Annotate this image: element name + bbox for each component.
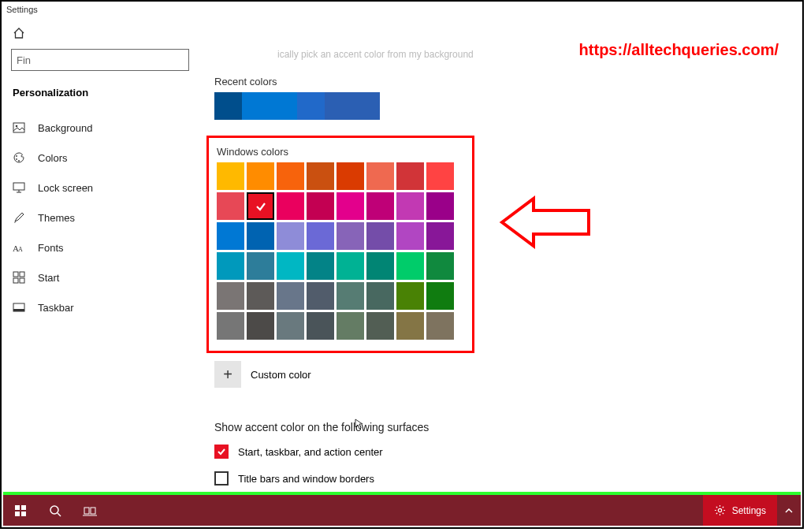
windows-color-swatch[interactable] bbox=[217, 162, 244, 190]
tray-chevron[interactable] bbox=[777, 495, 801, 526]
svg-point-2 bbox=[16, 155, 17, 157]
svg-point-4 bbox=[18, 160, 20, 162]
home-button[interactable] bbox=[2, 17, 199, 49]
windows-color-swatch[interactable] bbox=[217, 222, 244, 250]
windows-color-swatch[interactable] bbox=[277, 192, 304, 220]
taskbar-app-settings[interactable]: Settings bbox=[703, 495, 777, 526]
custom-color-label: Custom color bbox=[251, 369, 311, 381]
sidebar-item-themes[interactable]: Themes bbox=[2, 203, 199, 233]
sidebar-item-background[interactable]: Background bbox=[2, 113, 199, 143]
search-input[interactable]: Fin bbox=[11, 49, 189, 71]
windows-color-swatch[interactable] bbox=[277, 312, 304, 340]
checkbox-start-taskbar[interactable]: Start, taskbar, and action center bbox=[214, 445, 787, 459]
windows-color-swatch[interactable] bbox=[396, 282, 424, 310]
windows-color-swatch[interactable] bbox=[217, 192, 244, 220]
custom-color-button[interactable]: + bbox=[214, 361, 241, 388]
recent-color-swatch[interactable] bbox=[214, 92, 242, 120]
windows-color-swatch[interactable] bbox=[426, 282, 454, 310]
windows-color-swatch[interactable] bbox=[366, 192, 394, 220]
svg-rect-20 bbox=[91, 508, 95, 514]
start-button[interactable] bbox=[3, 495, 38, 526]
windows-color-swatch[interactable] bbox=[247, 192, 274, 220]
windows-colors-grid bbox=[217, 162, 464, 340]
taskbar-app-label: Settings bbox=[732, 505, 766, 516]
windows-color-swatch[interactable] bbox=[307, 252, 334, 280]
windows-color-swatch[interactable] bbox=[337, 252, 364, 280]
annotation-highlight-box: Windows colors bbox=[206, 136, 474, 353]
windows-color-swatch[interactable] bbox=[307, 192, 334, 220]
windows-color-swatch[interactable] bbox=[366, 162, 394, 190]
windows-color-swatch[interactable] bbox=[217, 312, 244, 340]
home-icon bbox=[13, 27, 25, 39]
windows-color-swatch[interactable] bbox=[337, 312, 364, 340]
windows-color-swatch[interactable] bbox=[366, 282, 394, 310]
svg-rect-8 bbox=[13, 272, 18, 277]
recent-color-swatch[interactable] bbox=[270, 92, 297, 120]
windows-color-swatch[interactable] bbox=[307, 282, 334, 310]
windows-color-swatch[interactable] bbox=[426, 192, 454, 220]
windows-color-swatch[interactable] bbox=[247, 282, 274, 310]
svg-rect-13 bbox=[13, 309, 24, 311]
sidebar-item-fonts[interactable]: AA Fonts bbox=[2, 233, 199, 262]
recent-color-swatch[interactable] bbox=[325, 92, 352, 120]
windows-color-swatch[interactable] bbox=[307, 222, 334, 250]
windows-color-swatch[interactable] bbox=[396, 162, 424, 190]
windows-color-swatch[interactable] bbox=[277, 282, 304, 310]
windows-color-swatch[interactable] bbox=[247, 222, 274, 250]
windows-color-swatch[interactable] bbox=[307, 162, 334, 190]
search-placeholder: Fin bbox=[17, 54, 31, 66]
windows-color-swatch[interactable] bbox=[307, 312, 334, 340]
windows-color-swatch[interactable] bbox=[396, 252, 424, 280]
recent-color-swatch[interactable] bbox=[352, 92, 380, 120]
svg-rect-19 bbox=[84, 508, 89, 514]
monitor-icon bbox=[13, 181, 25, 194]
windows-color-swatch[interactable] bbox=[337, 282, 364, 310]
svg-rect-16 bbox=[15, 512, 20, 516]
windows-color-swatch[interactable] bbox=[426, 252, 454, 280]
recent-color-swatch[interactable] bbox=[297, 92, 325, 120]
sidebar-item-taskbar[interactable]: Taskbar bbox=[2, 292, 199, 322]
sidebar-item-label: Start bbox=[38, 272, 59, 284]
watermark-url: https://alltechqueries.com/ bbox=[579, 41, 779, 59]
sidebar-item-start[interactable]: Start bbox=[2, 262, 199, 292]
windows-color-swatch[interactable] bbox=[337, 192, 364, 220]
windows-color-swatch[interactable] bbox=[366, 312, 394, 340]
sidebar-item-colors[interactable]: Colors bbox=[2, 143, 199, 173]
windows-color-swatch[interactable] bbox=[426, 222, 454, 250]
windows-color-swatch[interactable] bbox=[337, 222, 364, 250]
windows-color-swatch[interactable] bbox=[337, 162, 364, 190]
fonts-icon: AA bbox=[13, 241, 25, 254]
checkbox-label: Title bars and window borders bbox=[238, 473, 374, 485]
svg-rect-0 bbox=[13, 123, 24, 132]
windows-color-swatch[interactable] bbox=[366, 252, 394, 280]
windows-color-swatch[interactable] bbox=[217, 282, 244, 310]
plus-icon: + bbox=[223, 366, 232, 384]
windows-color-swatch[interactable] bbox=[396, 192, 424, 220]
windows-color-swatch[interactable] bbox=[396, 312, 424, 340]
windows-color-swatch[interactable] bbox=[366, 222, 394, 250]
sidebar-item-lockscreen[interactable]: Lock screen bbox=[2, 173, 199, 203]
windows-color-swatch[interactable] bbox=[217, 252, 244, 280]
palette-icon bbox=[13, 151, 25, 164]
search-button[interactable] bbox=[38, 495, 73, 526]
task-view-button[interactable] bbox=[73, 495, 107, 526]
windows-color-swatch[interactable] bbox=[396, 222, 424, 250]
brush-icon bbox=[13, 211, 25, 224]
windows-color-swatch[interactable] bbox=[277, 252, 304, 280]
svg-point-18 bbox=[50, 506, 58, 514]
windows-color-swatch[interactable] bbox=[426, 162, 454, 190]
recent-colors-row bbox=[214, 92, 787, 120]
svg-point-3 bbox=[16, 158, 17, 160]
windows-color-swatch[interactable] bbox=[277, 222, 304, 250]
windows-color-swatch[interactable] bbox=[247, 312, 274, 340]
checkbox-title-bars[interactable]: Title bars and window borders bbox=[214, 471, 787, 485]
windows-color-swatch[interactable] bbox=[277, 162, 304, 190]
svg-rect-11 bbox=[20, 278, 24, 283]
windows-color-swatch[interactable] bbox=[247, 162, 274, 190]
check-icon bbox=[255, 201, 266, 212]
recent-color-swatch[interactable] bbox=[242, 92, 270, 120]
windows-color-swatch[interactable] bbox=[426, 312, 454, 340]
windows-color-swatch[interactable] bbox=[247, 252, 274, 280]
checkbox-icon-checked bbox=[214, 445, 229, 459]
annotation-arrow bbox=[494, 191, 597, 256]
